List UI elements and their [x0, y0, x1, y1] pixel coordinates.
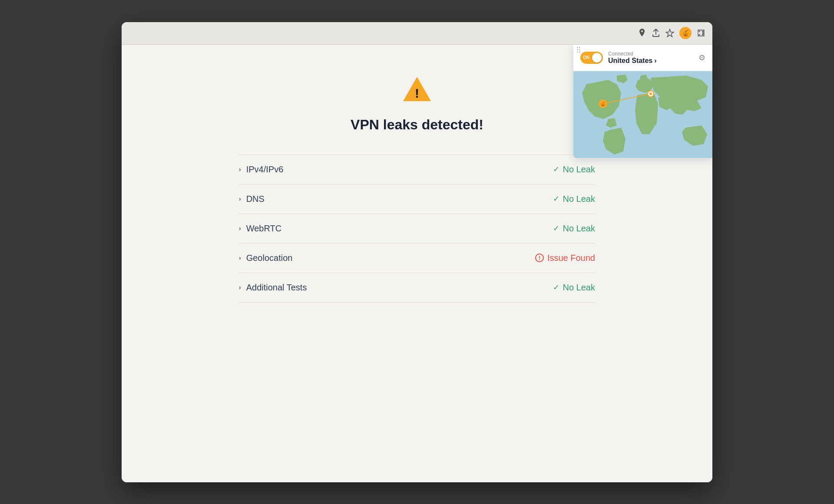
vpn-status-text: Connected: [608, 51, 657, 57]
chevron-right-icon-dns: ›: [239, 195, 241, 202]
vpn-header: ON Connected United States › ⚙: [573, 45, 712, 71]
check-icon-webrtc: ✓: [553, 224, 559, 233]
world-map-svg: 🍯: [573, 71, 712, 158]
share-icon[interactable]: [652, 29, 660, 37]
test-label-geo: Geolocation: [246, 253, 293, 263]
check-icon-ipv4: ✓: [553, 165, 559, 174]
puzzle-icon[interactable]: [697, 29, 705, 37]
test-name-area-geo: › Geolocation: [239, 253, 292, 263]
test-status-text-additional: No Leak: [563, 283, 596, 293]
warning-triangle-icon: !: [401, 75, 433, 103]
test-row-ipv4[interactable]: › IPv4/IPv6 ✓ No Leak: [239, 155, 595, 184]
test-name-area: › IPv4/IPv6: [239, 165, 283, 175]
location-icon[interactable]: [638, 29, 646, 37]
vpn-country[interactable]: United States ›: [608, 57, 657, 65]
vpn-country-chevron: ›: [654, 57, 656, 65]
svg-text:🍯: 🍯: [600, 101, 606, 107]
star-icon[interactable]: [665, 29, 674, 37]
svg-text:!: !: [415, 86, 419, 100]
browser-window: 🍯 ! VPN leaks detected!: [122, 22, 712, 482]
test-label-ipv4: IPv4/IPv6: [246, 165, 284, 175]
check-icon-dns: ✓: [553, 194, 559, 204]
warning-icon-container: !: [401, 75, 433, 105]
test-status-ipv4: ✓ No Leak: [553, 165, 596, 175]
vpn-settings-icon[interactable]: ⚙: [698, 53, 705, 63]
test-name-area-dns: › DNS: [239, 194, 265, 204]
issue-circle-icon: !: [535, 254, 544, 262]
test-label-webrtc: WebRTC: [246, 224, 282, 234]
drag-handle[interactable]: [577, 47, 580, 53]
test-row-dns[interactable]: › DNS ✓ No Leak: [239, 184, 595, 214]
vpn-country-name: United States: [608, 57, 652, 65]
chevron-right-icon: ›: [239, 166, 241, 173]
vpn-toggle-label: ON: [583, 55, 589, 60]
vpn-map: 🍯: [573, 71, 712, 158]
vpn-connection-info: Connected United States ›: [608, 51, 657, 65]
test-status-text-ipv4: No Leak: [563, 165, 596, 175]
test-row-geolocation[interactable]: › Geolocation ! Issue Found: [239, 244, 595, 273]
test-label-additional: Additional Tests: [246, 283, 307, 293]
test-name-area-additional: › Additional Tests: [239, 283, 307, 293]
leak-tests-list: › IPv4/IPv6 ✓ No Leak › DNS ✓: [239, 155, 595, 303]
vpn-popup: ON Connected United States › ⚙: [573, 45, 712, 158]
test-name-area-webrtc: › WebRTC: [239, 224, 281, 234]
test-status-additional: ✓ No Leak: [553, 283, 596, 293]
test-status-webrtc: ✓ No Leak: [553, 224, 596, 234]
test-row-additional[interactable]: › Additional Tests ✓ No Leak: [239, 273, 595, 303]
test-status-text-webrtc: No Leak: [563, 224, 596, 234]
svg-point-7: [649, 92, 652, 95]
test-label-dns: DNS: [246, 194, 265, 204]
vpn-toggle[interactable]: ON: [580, 52, 603, 64]
chevron-right-icon-additional: ›: [239, 284, 241, 291]
test-status-text-geo: Issue Found: [547, 253, 595, 263]
browser-chrome: 🍯: [122, 22, 712, 45]
test-status-geo: ! Issue Found: [535, 253, 595, 263]
test-status-dns: ✓ No Leak: [553, 194, 596, 204]
chevron-right-icon-webrtc: ›: [239, 225, 241, 232]
vpn-toggle-knob: [592, 53, 602, 63]
test-row-webrtc[interactable]: › WebRTC ✓ No Leak: [239, 214, 595, 244]
vpn-extension-icon[interactable]: 🍯: [679, 27, 692, 39]
browser-content: ! VPN leaks detected! › IPv4/IPv6 ✓ No L…: [122, 45, 712, 482]
test-status-text-dns: No Leak: [563, 194, 596, 204]
check-icon-additional: ✓: [553, 283, 559, 292]
chevron-right-icon-geo: ›: [239, 254, 241, 261]
vpn-header-left: ON Connected United States ›: [580, 51, 657, 65]
page-title: VPN leaks detected!: [351, 117, 483, 133]
